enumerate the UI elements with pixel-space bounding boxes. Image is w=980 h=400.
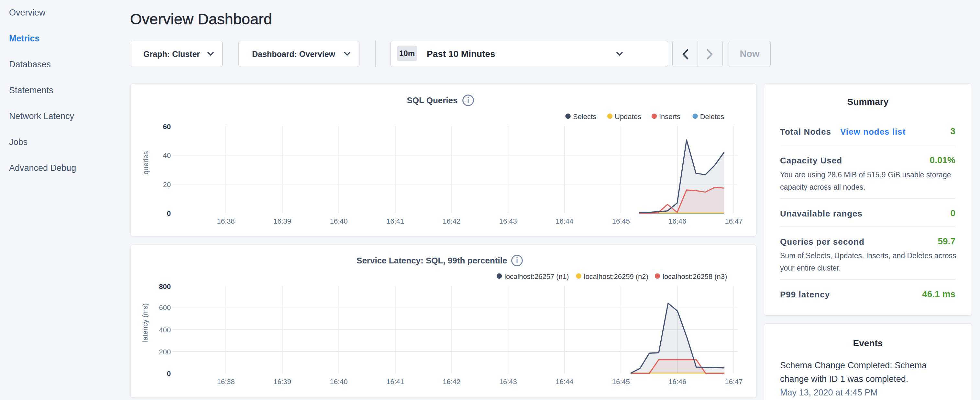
svg-text:latency (ms): latency (ms) xyxy=(141,303,149,342)
svg-text:16:40: 16:40 xyxy=(330,217,347,225)
svg-text:16:47: 16:47 xyxy=(725,217,743,225)
svg-text:16:44: 16:44 xyxy=(555,217,573,225)
svg-text:Updates: Updates xyxy=(615,113,641,121)
svg-text:queries: queries xyxy=(142,151,150,174)
svg-text:400: 400 xyxy=(159,326,171,334)
svg-text:localhost:26258 (n3): localhost:26258 (n3) xyxy=(663,273,727,280)
svg-text:16:40: 16:40 xyxy=(330,378,347,386)
svg-text:800: 800 xyxy=(159,282,171,291)
svg-text:0: 0 xyxy=(167,370,171,378)
svg-text:Inserts: Inserts xyxy=(659,113,680,121)
svg-text:20: 20 xyxy=(163,180,171,189)
svg-text:16:38: 16:38 xyxy=(217,217,235,225)
svg-text:16:47: 16:47 xyxy=(725,378,743,386)
svg-text:16:45: 16:45 xyxy=(612,378,630,386)
svg-text:0: 0 xyxy=(167,209,171,217)
svg-text:16:43: 16:43 xyxy=(499,378,517,386)
svg-text:16:41: 16:41 xyxy=(386,378,404,386)
svg-text:16:38: 16:38 xyxy=(217,378,235,386)
svg-text:60: 60 xyxy=(163,123,171,131)
svg-text:Deletes: Deletes xyxy=(700,113,724,121)
svg-text:16:44: 16:44 xyxy=(555,378,573,386)
svg-text:16:46: 16:46 xyxy=(668,217,686,225)
svg-text:SQL Queries: SQL Queries xyxy=(407,96,458,105)
svg-text:16:39: 16:39 xyxy=(274,378,291,386)
svg-text:localhost:26259 (n2): localhost:26259 (n2) xyxy=(584,273,648,280)
svg-text:16:41: 16:41 xyxy=(386,217,404,225)
svg-text:16:42: 16:42 xyxy=(442,217,460,225)
svg-text:16:39: 16:39 xyxy=(274,217,291,225)
svg-text:16:43: 16:43 xyxy=(499,217,517,225)
svg-text:Service Latency: SQL, 99th per: Service Latency: SQL, 99th percentile xyxy=(356,256,507,265)
svg-text:16:42: 16:42 xyxy=(442,378,460,386)
svg-text:16:45: 16:45 xyxy=(612,217,630,225)
svg-text:Selects: Selects xyxy=(573,113,596,121)
svg-text:40: 40 xyxy=(163,151,171,159)
svg-text:600: 600 xyxy=(159,304,171,312)
svg-text:200: 200 xyxy=(159,348,171,356)
svg-text:16:46: 16:46 xyxy=(668,378,686,386)
svg-text:localhost:26257 (n1): localhost:26257 (n1) xyxy=(504,273,569,280)
